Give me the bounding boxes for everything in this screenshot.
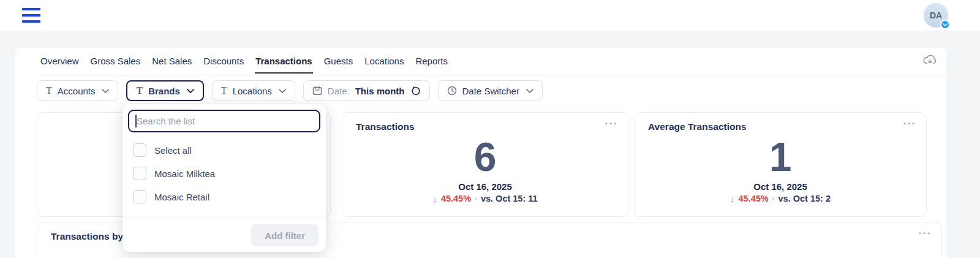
metric-date: Oct 16, 2025: [342, 181, 628, 192]
tab-transactions[interactable]: Transactions: [255, 55, 313, 74]
text-filter-icon: T: [221, 86, 227, 96]
date-switcher-label: Date Switcher: [462, 86, 519, 96]
cloud-download-icon[interactable]: [922, 53, 937, 66]
card-options-menu-icon[interactable]: ···: [919, 227, 932, 240]
date-value: This month: [355, 86, 405, 96]
metric-value: 6: [342, 135, 628, 180]
dropdown-search: [128, 110, 320, 132]
filter-brands-label: Brands: [148, 86, 180, 96]
comparison-text: vs. Oct 15: 2: [778, 194, 831, 203]
tab-net-sales[interactable]: Net Sales: [151, 55, 192, 72]
delta-percent: 45.45%: [441, 194, 471, 203]
filter-date-switcher[interactable]: Date Switcher: [438, 80, 543, 101]
metric-date: Oct 16, 2025: [635, 181, 926, 192]
metric-block: 6 Oct 16, 2025 ↓ 45.45% • vs. Oct 15: 11: [342, 135, 628, 204]
text-filter-icon: T: [136, 86, 143, 96]
metric-delta: ↓ 45.45% • vs. Oct 15: 2: [635, 194, 926, 204]
brands-filter-dropdown: Select all Mosaic Milktea Mosaic Retail …: [123, 104, 326, 252]
checkbox-icon[interactable]: [133, 190, 146, 203]
tab-locations[interactable]: Locations: [364, 55, 404, 72]
card-options-menu-icon[interactable]: ···: [605, 118, 618, 130]
dot-separator: •: [772, 195, 775, 202]
tab-overview[interactable]: Overview: [40, 55, 80, 72]
metric-block: 1 Oct 16, 2025 ↓ 45.45% • vs. Oct 15: 2: [635, 135, 926, 204]
reset-refresh-icon[interactable]: [410, 86, 421, 96]
option-label: Mosaic Milktea: [154, 169, 215, 179]
down-arrow-icon: ↓: [432, 194, 437, 204]
card-title: Transactions by: [51, 231, 123, 242]
metric-value: 1: [635, 135, 926, 180]
chevron-down-icon: [279, 89, 286, 93]
checkbox-icon[interactable]: [133, 143, 146, 157]
option-mosaic-milktea[interactable]: Mosaic Milktea: [123, 162, 326, 185]
transactions-card: Transactions ··· 6 Oct 16, 2025 ↓ 45.45%…: [342, 112, 628, 217]
filter-date[interactable]: Date: This month: [303, 80, 430, 101]
dropdown-footer: Add filter: [123, 218, 326, 252]
option-mosaic-retail[interactable]: Mosaic Retail: [123, 185, 326, 208]
tab-gross-sales[interactable]: Gross Sales: [90, 55, 141, 72]
chevron-down-icon: [102, 89, 109, 93]
text-filter-icon: T: [46, 86, 52, 96]
date-prefix: Date:: [328, 86, 350, 96]
filter-locations[interactable]: T Locations: [212, 80, 295, 101]
filter-brands[interactable]: T Brands: [126, 80, 203, 101]
filter-accounts-label: Accounts: [58, 86, 96, 96]
chevron-down-icon: [187, 89, 194, 93]
card-options-menu-icon[interactable]: ···: [903, 118, 916, 130]
hamburger-menu-icon[interactable]: [22, 8, 40, 23]
main-panel: Overview Gross Sales Net Sales Discounts…: [15, 48, 946, 258]
down-arrow-icon: ↓: [730, 194, 735, 204]
tab-discounts[interactable]: Discounts: [203, 55, 244, 72]
metric-delta: ↓ 45.45% • vs. Oct 15: 11: [342, 194, 628, 204]
avatar-chevron-down-icon: [940, 20, 950, 29]
average-transactions-card: Average Transactions ··· 1 Oct 16, 2025 …: [634, 112, 927, 217]
dot-separator: •: [475, 195, 477, 202]
tab-reports[interactable]: Reports: [415, 55, 448, 72]
filter-bar: T Accounts T Brands T Locations: [37, 80, 543, 101]
option-label: Select all: [154, 145, 192, 156]
analytics-dashboard: DA Overview Gross Sales Net Sales Discou…: [0, 0, 980, 258]
text-caret: [135, 115, 137, 127]
search-input[interactable]: [128, 110, 320, 132]
top-bar: DA: [0, 0, 980, 31]
add-filter-button[interactable]: Add filter: [251, 224, 318, 246]
delta-percent: 45.45%: [739, 194, 769, 203]
clock-icon: [447, 86, 457, 96]
card-title: Average Transactions: [648, 121, 747, 132]
chevron-down-icon: [526, 89, 533, 93]
card-title: Transactions: [356, 121, 415, 132]
calendar-icon: [312, 86, 322, 96]
filter-accounts[interactable]: T Accounts: [37, 80, 118, 101]
option-label: Mosaic Retail: [154, 192, 209, 202]
page-background: Overview Gross Sales Net Sales Discounts…: [0, 31, 980, 258]
user-avatar[interactable]: DA: [924, 3, 948, 28]
checkbox-icon[interactable]: [133, 167, 146, 180]
tab-bar: Overview Gross Sales Net Sales Discounts…: [40, 55, 945, 75]
tab-guests[interactable]: Guests: [323, 55, 354, 72]
comparison-text: vs. Oct 15: 11: [481, 194, 538, 203]
filter-locations-label: Locations: [233, 86, 272, 96]
option-select-all[interactable]: Select all: [123, 138, 326, 162]
dropdown-option-list: Select all Mosaic Milktea Mosaic Retail: [123, 132, 326, 208]
